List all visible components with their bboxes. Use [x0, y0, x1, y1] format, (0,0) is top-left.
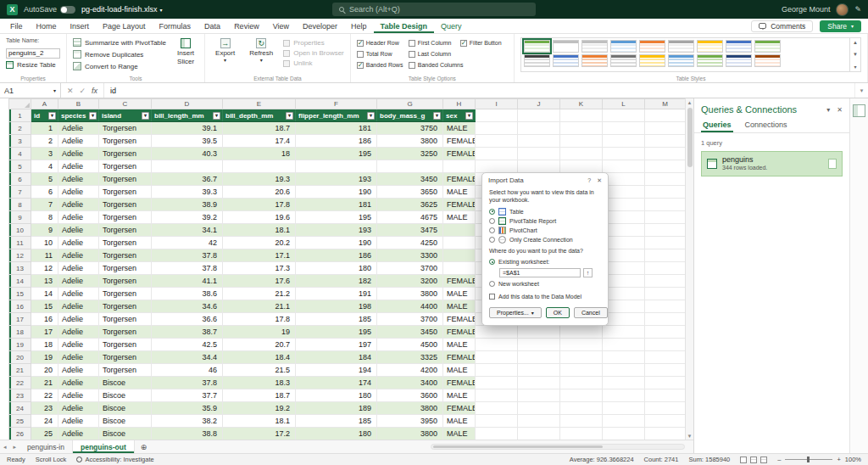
- cell[interactable]: 181: [296, 199, 377, 211]
- panel-close-icon[interactable]: ✕: [837, 106, 843, 114]
- summarize-with-pivottable-button[interactable]: Summarize with PivotTable: [73, 37, 166, 48]
- cell[interactable]: Adelie: [58, 339, 99, 351]
- cell[interactable]: [518, 402, 560, 415]
- comments-button[interactable]: Comments: [751, 20, 813, 32]
- column-header-h[interactable]: H: [443, 99, 476, 109]
- cell[interactable]: MALE: [443, 389, 476, 402]
- table-style-swatch[interactable]: [726, 40, 752, 53]
- table-style-swatch[interactable]: [668, 54, 694, 67]
- cell[interactable]: [560, 339, 603, 351]
- cell[interactable]: Torgersen: [99, 160, 152, 173]
- cell[interactable]: [645, 428, 686, 440]
- sheet-tab-penguins-out[interactable]: penguins-out: [73, 440, 135, 453]
- cell[interactable]: [603, 262, 645, 275]
- cell[interactable]: 8: [31, 211, 58, 224]
- cell[interactable]: 24: [31, 415, 58, 428]
- cell[interactable]: Adelie: [58, 300, 99, 313]
- cell[interactable]: Adelie: [58, 415, 99, 428]
- table-style-swatch[interactable]: [553, 54, 579, 67]
- cell[interactable]: [645, 148, 686, 160]
- share-button[interactable]: Share ▾: [820, 20, 861, 32]
- cell[interactable]: 186: [296, 249, 377, 262]
- cell[interactable]: Torgersen: [99, 211, 152, 224]
- column-header-g[interactable]: G: [377, 99, 443, 109]
- cell[interactable]: 3450: [377, 173, 443, 186]
- cell[interactable]: FEMALE: [443, 148, 476, 160]
- cell[interactable]: [476, 402, 518, 415]
- cell[interactable]: 3200: [377, 275, 443, 288]
- filter-icon[interactable]: ▾: [213, 112, 220, 120]
- cell[interactable]: Adelie: [58, 199, 99, 211]
- cell[interactable]: [476, 364, 518, 377]
- cell[interactable]: [443, 224, 476, 237]
- cell[interactable]: [518, 364, 560, 377]
- table-style-swatch[interactable]: [581, 40, 608, 53]
- row-header-19[interactable]: 19: [9, 339, 31, 351]
- row-header-4[interactable]: 4: [9, 148, 31, 160]
- cell[interactable]: [560, 160, 603, 173]
- cell[interactable]: 2: [31, 135, 58, 148]
- cell[interactable]: Adelie: [58, 173, 99, 186]
- query-peek-icon[interactable]: [828, 159, 837, 169]
- row-header-1[interactable]: 1: [9, 109, 31, 122]
- cell[interactable]: Adelie: [58, 377, 99, 389]
- cell[interactable]: 3: [31, 148, 58, 160]
- panel-menu-icon[interactable]: ▾: [826, 106, 830, 114]
- ok-button[interactable]: OK: [546, 307, 570, 318]
- cell[interactable]: 4200: [377, 364, 443, 377]
- menu-tab-data[interactable]: Data: [198, 19, 227, 33]
- cell[interactable]: 3800: [377, 135, 443, 148]
- cell[interactable]: MALE: [443, 300, 476, 313]
- cell[interactable]: 3600: [377, 389, 443, 402]
- vertical-scrollbar-thumb[interactable]: [687, 108, 693, 167]
- cell[interactable]: 36.7: [152, 173, 223, 186]
- cell[interactable]: 36.6: [152, 313, 223, 326]
- filter-icon[interactable]: ▾: [367, 112, 375, 120]
- cell[interactable]: FEMALE: [443, 326, 476, 339]
- cell[interactable]: 23: [31, 402, 58, 415]
- style-option-first-column[interactable]: First Column: [409, 40, 456, 47]
- cell[interactable]: [603, 160, 645, 173]
- cell[interactable]: [645, 389, 686, 402]
- cell[interactable]: [518, 415, 560, 428]
- cell[interactable]: 180: [296, 262, 377, 275]
- cell[interactable]: 191: [296, 288, 377, 300]
- cell[interactable]: Adelie: [58, 211, 99, 224]
- table-header-body-mass-g[interactable]: body_mass_g▾: [377, 109, 443, 122]
- document-title[interactable]: pg-edit-load-finish.xlsx ▾: [81, 5, 163, 14]
- cell[interactable]: [476, 389, 518, 402]
- cell[interactable]: 4675: [377, 211, 443, 224]
- table-style-swatch[interactable]: [639, 54, 665, 67]
- cell[interactable]: 20: [31, 364, 58, 377]
- column-header-c[interactable]: C: [99, 99, 152, 109]
- insert-function-icon[interactable]: fx: [92, 87, 97, 95]
- cell[interactable]: Adelie: [58, 262, 99, 275]
- cell[interactable]: [645, 173, 686, 186]
- cell[interactable]: Biscoe: [99, 402, 152, 415]
- cell[interactable]: Torgersen: [99, 326, 152, 339]
- cell[interactable]: 38.8: [152, 428, 223, 440]
- cell[interactable]: 6: [31, 186, 58, 199]
- cell[interactable]: 181: [296, 122, 377, 135]
- cell[interactable]: 189: [296, 402, 377, 415]
- cell[interactable]: [603, 428, 645, 440]
- cell[interactable]: [560, 351, 603, 364]
- cell[interactable]: 3450: [377, 326, 443, 339]
- style-option-header-row[interactable]: Header Row: [357, 40, 404, 47]
- horizontal-scrollbar-thumb[interactable]: [433, 445, 603, 448]
- row-header-24[interactable]: 24: [9, 402, 31, 415]
- cell[interactable]: 186: [296, 135, 377, 148]
- table-style-swatch[interactable]: [610, 54, 637, 67]
- cell[interactable]: [645, 186, 686, 199]
- pivottable-report-radio[interactable]: [489, 218, 495, 224]
- cell[interactable]: [560, 428, 603, 440]
- cell[interactable]: [152, 160, 223, 173]
- cell[interactable]: [645, 160, 686, 173]
- cell[interactable]: 21.1: [223, 300, 296, 313]
- cell[interactable]: [603, 224, 645, 237]
- style-option-last-column[interactable]: Last Column: [409, 51, 456, 58]
- row-header-9[interactable]: 9: [9, 211, 31, 224]
- cell[interactable]: [603, 148, 645, 160]
- name-box[interactable]: A1 ▾: [0, 83, 61, 98]
- cell[interactable]: Adelie: [58, 135, 99, 148]
